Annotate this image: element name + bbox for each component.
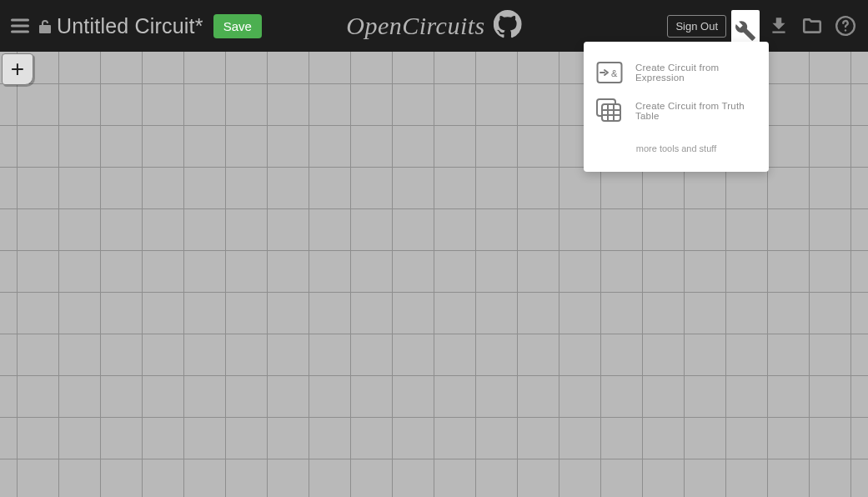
unlock-icon[interactable] [37,18,53,35]
download-button[interactable] [765,12,793,40]
tools-dropdown: & Create Circuit from Expression Create … [584,42,769,172]
brand-text: OpenCircuits [346,12,485,40]
github-icon [494,10,522,42]
svg-point-4 [845,29,846,31]
help-icon [835,15,856,37]
folder-icon [801,15,823,37]
open-button[interactable] [798,12,826,40]
tools-item-expression[interactable]: & Create Circuit from Expression [584,53,769,92]
brand-logo[interactable]: OpenCircuits [346,10,522,42]
tools-item-label: Create Circuit from Truth Table [635,101,757,121]
sign-out-button[interactable]: Sign Out [667,15,726,38]
svg-text:&: & [611,68,618,78]
download-icon [768,15,790,37]
wrench-icon [735,20,756,42]
svg-rect-8 [602,104,620,121]
tools-item-truth-table[interactable]: Create Circuit from Truth Table [584,92,769,130]
tools-dropdown-footer: more tools and stuff [584,140,769,157]
truth-table-icon [595,97,624,125]
add-component-button[interactable]: + [2,53,33,85]
hamburger-icon[interactable] [8,14,32,38]
help-button[interactable] [831,12,860,40]
tools-item-label: Create Circuit from Expression [635,63,757,83]
save-button[interactable]: Save [213,14,262,38]
expression-icon: & [595,58,624,87]
circuit-title[interactable]: Untitled Circuit* [57,14,203,38]
